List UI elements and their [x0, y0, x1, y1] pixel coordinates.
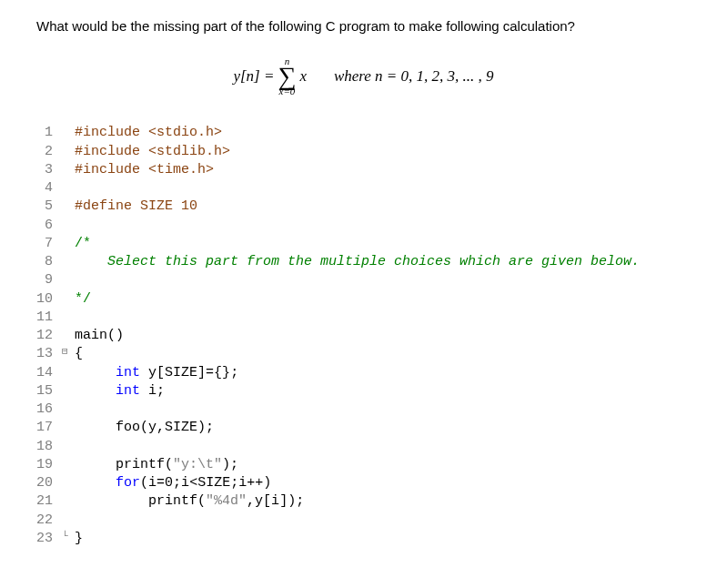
code-token: ; [230, 365, 238, 380]
code-token: ) [197, 420, 206, 435]
code-token: ) [263, 475, 271, 491]
code-content[interactable]: int i; [75, 382, 165, 400]
fold-marker[interactable]: ⊟ [62, 345, 75, 359]
code-line[interactable]: 8 Select this part from the multiple cho… [36, 253, 691, 271]
code-token: ( [197, 493, 206, 509]
fold-marker[interactable]: └ [62, 530, 75, 543]
code-content[interactable]: foo(y,SIZE); [75, 419, 214, 437]
code-token: i [140, 383, 157, 399]
code-token: #define SIZE 10 [75, 198, 197, 214]
code-token: ; [173, 475, 181, 491]
code-line[interactable]: 3#include <time.h> [36, 161, 691, 179]
code-line[interactable]: 11 [36, 309, 691, 327]
line-number: 8 [36, 253, 62, 271]
code-token: <time.h> [148, 162, 214, 177]
code-token: () [107, 328, 124, 343]
code-token: SIZE [165, 420, 197, 435]
code-content[interactable]: Select this part from the multiple choic… [75, 253, 640, 271]
formula-main: y[n] = n ∑ x=0 x [233, 56, 307, 96]
line-number: 20 [36, 474, 62, 492]
code-token: foo [75, 420, 140, 435]
code-token: #include [75, 125, 148, 140]
code-content[interactable]: */ [75, 290, 91, 309]
code-token: ; [296, 493, 304, 509]
code-token: #include [75, 144, 148, 159]
code-token: y [140, 365, 157, 380]
code-line[interactable]: 12main() [36, 327, 691, 345]
code-line[interactable]: 19 printf("y:\t"); [36, 456, 691, 474]
code-line[interactable]: 1#include <stdio.h> [36, 124, 691, 142]
code-token: = [157, 475, 165, 491]
code-token: ] [197, 365, 206, 380]
formula: y[n] = n ∑ x=0 x where n = 0, 1, 2, 3, .… [36, 56, 691, 96]
code-content[interactable]: /* [75, 235, 91, 253]
code-line[interactable]: 17 foo(y,SIZE); [36, 419, 691, 437]
code-token: printf [75, 457, 165, 472]
code-line[interactable]: 18 [36, 438, 691, 456]
code-token: ; [230, 457, 238, 472]
code-token: ; [157, 383, 165, 399]
code-content[interactable]: #define SIZE 10 [75, 198, 197, 216]
code-token: = [206, 365, 214, 380]
formula-lhs: y[n] = [233, 67, 274, 86]
line-number: 3 [36, 161, 62, 179]
code-token: ( [140, 420, 148, 435]
line-number: 13 [36, 345, 62, 363]
code-token: 0 [165, 475, 173, 491]
sigma-icon: ∑ [278, 66, 296, 86]
code-token: SIZE [197, 475, 230, 491]
code-content[interactable]: #include <stdlib.h> [75, 143, 230, 161]
code-line[interactable]: 20 for(i=0;i<SIZE;i++) [36, 474, 691, 492]
code-token: [ [263, 493, 271, 509]
line-number: 16 [36, 400, 62, 419]
code-line[interactable]: 7/* [36, 235, 691, 253]
code-token: { [75, 346, 83, 361]
code-line[interactable]: 9 [36, 271, 691, 289]
line-number: 6 [36, 217, 62, 235]
code-line[interactable]: 13⊟{ [36, 345, 691, 363]
code-content[interactable]: printf("y:\t"); [75, 456, 238, 474]
code-content[interactable]: int y[SIZE]={}; [75, 364, 238, 382]
code-line[interactable]: 16 [36, 400, 691, 419]
code-content[interactable]: for(i=0;i<SIZE;i++) [75, 474, 271, 492]
code-token: [ [157, 365, 165, 380]
code-editor[interactable]: 1#include <stdio.h>2#include <stdlib.h>3… [36, 124, 691, 548]
code-line[interactable]: 4 [36, 179, 691, 198]
code-token: < [189, 475, 197, 491]
code-content[interactable]: } [75, 530, 83, 548]
code-token: , [157, 420, 165, 435]
code-line[interactable]: 14 int y[SIZE]={}; [36, 364, 691, 382]
code-token: ( [140, 475, 148, 491]
code-line[interactable]: 2#include <stdlib.h> [36, 143, 691, 161]
code-token: } [75, 531, 83, 546]
code-content[interactable]: printf("%4d",y[i]); [75, 492, 304, 511]
code-line[interactable]: 6 [36, 217, 691, 235]
code-line[interactable]: 15 int i; [36, 382, 691, 400]
code-content[interactable]: { [75, 345, 83, 363]
code-line[interactable]: 21 printf("%4d",y[i]); [36, 492, 691, 511]
code-token [75, 365, 116, 380]
line-number: 9 [36, 271, 62, 289]
code-token: , [247, 493, 255, 509]
code-line[interactable]: 22 [36, 512, 691, 530]
code-token: <stdlib.h> [148, 144, 230, 159]
code-token: Select this part from the multiple choic… [75, 254, 640, 269]
code-line[interactable]: 5#define SIZE 10 [36, 198, 691, 216]
line-number: 22 [36, 512, 62, 530]
code-content[interactable]: #include <stdio.h> [75, 124, 222, 142]
line-number: 5 [36, 198, 62, 216]
code-token: "y:\t" [173, 457, 222, 472]
code-token: i [181, 475, 189, 491]
line-number: 11 [36, 309, 62, 327]
code-token: <stdio.h> [148, 125, 222, 140]
question-text: What would be the missing part of the fo… [36, 18, 691, 34]
code-content[interactable]: #include <time.h> [75, 161, 214, 179]
code-token: i [148, 475, 157, 491]
code-token: y [148, 420, 157, 435]
code-token: printf [75, 493, 197, 509]
code-content[interactable]: main() [75, 327, 124, 345]
code-line[interactable]: 10*/ [36, 290, 691, 309]
code-token: SIZE [165, 365, 197, 380]
code-line[interactable]: 23└} [36, 530, 691, 548]
code-token: ; [230, 475, 238, 491]
